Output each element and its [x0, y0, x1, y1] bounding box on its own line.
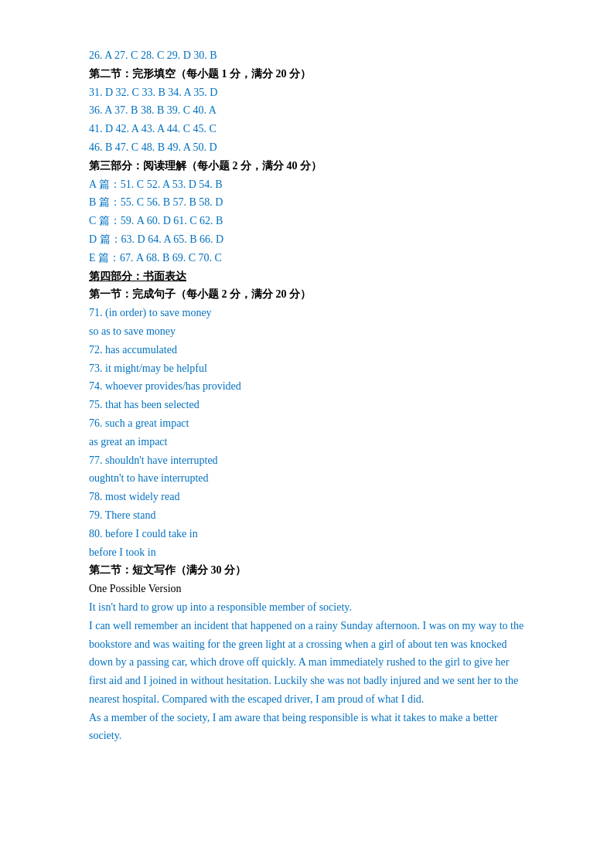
- q71b: so as to save money: [89, 322, 525, 341]
- q71a: 71. (in order) to save money: [89, 304, 525, 322]
- page-content: 26. A 27. C 28. C 29. D 30. B 第二节：完形填空（每…: [89, 46, 525, 745]
- paragraph3: As a member of the society, I am aware t…: [89, 709, 525, 746]
- q75: 75. that has been selected: [89, 396, 525, 414]
- line-46-50: 46. B 47. C 48. B 49. A 50. D: [89, 138, 525, 157]
- section-A: A 篇：51. C 52. A 53. D 54. B: [89, 175, 525, 194]
- q73: 73. it might/may be helpful: [89, 359, 525, 378]
- line-26-30: 26. A 27. C 28. C 29. D 30. B: [89, 46, 525, 65]
- q72: 72. has accumulated: [89, 341, 525, 359]
- one-possible-label: One Possible Version: [89, 580, 525, 598]
- section-B: B 篇：55. C 56. B 57. B 58. D: [89, 193, 525, 212]
- q80a: 80. before I could take in: [89, 525, 525, 543]
- line-31-35: 31. D 32. C 33. B 34. A 35. D: [89, 83, 525, 102]
- section-C: C 篇：59. A 60. D 61. C 62. B: [89, 212, 525, 230]
- q80b: before I took in: [89, 543, 525, 562]
- section1-writing-header: 第一节：完成句子（每小题 2 分，满分 20 分）: [89, 285, 525, 304]
- paragraph1: It isn't hard to grow up into a responsi…: [89, 598, 525, 617]
- q79: 79. There stand: [89, 506, 525, 525]
- q77b: oughtn't to have interrupted: [89, 469, 525, 488]
- line-36-40: 36. A 37. B 38. B 39. C 40. A: [89, 101, 525, 120]
- paragraph2: I can well remember an incident that hap…: [89, 617, 525, 709]
- q76b: as great an impact: [89, 433, 525, 451]
- section2-writing-header: 第二节：短文写作（满分 30 分）: [89, 561, 525, 580]
- part3-header: 第三部分：阅读理解（每小题 2 分，满分 40 分）: [89, 157, 525, 175]
- section-D: D 篇：63. D 64. A 65. B 66. D: [89, 230, 525, 249]
- q76a: 76. such a great impact: [89, 414, 525, 433]
- section-E: E 篇：67. A 68. B 69. C 70. C: [89, 249, 525, 267]
- section2-header: 第二节：完形填空（每小题 1 分，满分 20 分）: [89, 65, 525, 83]
- part4-header: 第四部分：书面表达: [89, 267, 525, 286]
- q74: 74. whoever provides/has provided: [89, 377, 525, 396]
- line-41-45: 41. D 42. A 43. A 44. C 45. C: [89, 120, 525, 138]
- q77a: 77. shouldn't have interrupted: [89, 451, 525, 470]
- q78: 78. most widely read: [89, 488, 525, 506]
